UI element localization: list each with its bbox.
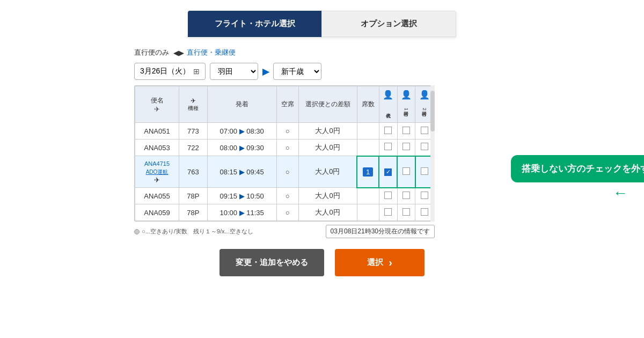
aircraft-type: 78P [179, 204, 208, 221]
col-header-person2: 👤 同行者1 [397, 86, 415, 123]
row-number: 1 [357, 156, 379, 188]
legend-text: ○...空きあり/実数 残り１～9/x...空きなし [134, 227, 253, 236]
route-arrow: ▶ [262, 67, 269, 77]
scroll-thumb [430, 91, 435, 131]
checkbox-unchecked[interactable] [384, 127, 392, 134]
flight-name: ANA059 [135, 204, 179, 221]
table-wrapper: 便名 ✈ ✈ 機種 発着 空席 選択便との差額 [134, 85, 435, 222]
flight-time: 08:15 ▶ 09:45 [207, 156, 276, 188]
flight-name: ANA055 [135, 188, 179, 204]
select-arrow: › [389, 256, 392, 269]
person1-checkbox-cell [379, 188, 397, 204]
flight-table-container: 便名 ✈ ✈ 機種 発着 空席 選択便との差額 [134, 85, 435, 222]
checkbox-unchecked[interactable] [402, 167, 410, 175]
checkbox-unchecked[interactable] [421, 167, 428, 175]
callout-bubble: 搭乗しない方のチェックを外す [511, 155, 644, 182]
flight-name: ANA053 [135, 139, 179, 156]
person1-checkbox-cell [379, 123, 397, 139]
aircraft-type: 78P [179, 188, 208, 204]
filter-row: 直行便のみ ◀▶ 直行便・乗継便 [134, 48, 510, 57]
connecting-flights-link[interactable]: 直行便・乗継便 [187, 48, 236, 57]
date-label: 3月26日（火） [140, 67, 190, 76]
table-row: ANA05177307:00 ▶ 08:30○大人0円 [135, 123, 434, 139]
aircraft-icon: ✈ [191, 97, 196, 105]
col-header-aircraft: ✈ 機種 [179, 86, 208, 123]
seat-availability: ○ [276, 204, 298, 221]
page-container: フライト・ホテル選択 オプション選択 直行便のみ ◀▶ 直行便・乗継便 3月26… [0, 0, 644, 338]
person3-icon: 👤 [419, 90, 430, 100]
col-header-capacity: 席数 [357, 86, 379, 123]
price-diff: 大人0円 [298, 188, 357, 204]
aircraft-type: 763 [179, 156, 208, 188]
table-row: ANA4715ADO運航✈76308:15 ▶ 09:45○大人0円1✓ [135, 156, 434, 188]
seat-availability: ○ [276, 123, 298, 139]
legend-dot [134, 229, 140, 234]
checkbox-unchecked[interactable] [421, 127, 428, 134]
price-diff: 大人0円 [298, 156, 357, 188]
table-row: ANA05978P10:00 ▶ 11:35○大人0円 [135, 204, 434, 221]
seat-availability: ○ [276, 139, 298, 156]
flight-name: ANA051 [135, 123, 179, 139]
bottom-buttons: 変更・追加をやめる 選択 › [134, 249, 510, 276]
person2-checkbox-cell [397, 123, 415, 139]
flight-time: 07:00 ▶ 08:30 [207, 123, 276, 139]
select-label: 選択 [367, 258, 383, 268]
col-header-person1: 👤 代表者 [379, 86, 397, 123]
row-number [357, 139, 379, 156]
person2-checkbox-cell [397, 204, 415, 221]
cancel-button[interactable]: 変更・追加をやめる [219, 249, 324, 276]
tab-flight-hotel[interactable]: フライト・ホテル選択 [188, 11, 321, 37]
row-number [357, 188, 379, 204]
legend-row: ○...空きあり/実数 残り１～9/x...空きなし 03月08日21時30分現… [134, 225, 435, 238]
checkbox-checked[interactable]: ✓ [384, 168, 392, 176]
col-header-time: 発着 [207, 86, 276, 123]
aircraft-type: 722 [179, 139, 208, 156]
seat-availability: ○ [276, 156, 298, 188]
aircraft-type: 773 [179, 123, 208, 139]
flight-table: 便名 ✈ ✈ 機種 発着 空席 選択便との差額 [135, 86, 434, 221]
checkbox-unchecked[interactable] [402, 208, 410, 216]
table-row: ANA05578P09:15 ▶ 10:50○大人0円 [135, 188, 434, 204]
person2-checkbox-cell [397, 156, 415, 188]
checkbox-unchecked[interactable] [402, 143, 410, 150]
col-header-diff: 選択便との差額 [298, 86, 357, 123]
col-header-seats: 空席 [276, 86, 298, 123]
row-number [357, 204, 379, 221]
from-airport-select[interactable]: 羽田 [210, 63, 258, 80]
select-button[interactable]: 選択 › [335, 249, 425, 276]
checkbox-unchecked[interactable] [402, 127, 410, 134]
flight-time: 08:00 ▶ 09:30 [207, 139, 276, 156]
flight-time: 09:15 ▶ 10:50 [207, 188, 276, 204]
controls-row: 3月26日（火） ⊞ 羽田 ▶ 新千歳 [134, 63, 510, 80]
row-number [357, 123, 379, 139]
checkbox-unchecked[interactable] [421, 143, 428, 150]
price-diff: 大人0円 [298, 204, 357, 221]
price-diff: 大人0円 [298, 123, 357, 139]
col-header-flight: 便名 ✈ [135, 86, 179, 123]
seat-availability: ○ [276, 188, 298, 204]
checkbox-unchecked[interactable] [421, 208, 428, 216]
checkbox-unchecked[interactable] [384, 208, 392, 216]
person1-checkbox-cell [379, 204, 397, 221]
tab-options[interactable]: オプション選択 [321, 11, 456, 37]
calendar-icon: ⊞ [193, 67, 200, 76]
plane-icon-header: ✈ [154, 105, 160, 113]
filter-arrow: ◀▶ [173, 49, 184, 57]
flight-name: ANA4715ADO運航✈ [135, 156, 179, 188]
main-content: 直行便のみ ◀▶ 直行便・乗継便 3月26日（火） ⊞ 羽田 ▶ 新千歳 [134, 48, 510, 276]
date-picker[interactable]: 3月26日（火） ⊞ [134, 63, 206, 80]
person2-icon: 👤 [401, 90, 412, 100]
callout-arrow: ← [613, 185, 628, 202]
tab-bar: フライト・ホテル選択 オプション選択 [188, 11, 456, 37]
checkbox-unchecked[interactable] [384, 143, 392, 150]
to-airport-select[interactable]: 新千歳 [273, 63, 321, 80]
person2-checkbox-cell [397, 139, 415, 156]
checkbox-unchecked[interactable] [402, 192, 410, 199]
person1-icon: 👤 [383, 90, 393, 100]
flight-time: 10:00 ▶ 11:35 [207, 204, 276, 221]
person1-checkbox-cell: ✓ [379, 156, 397, 188]
direct-only-label: 直行便のみ [134, 48, 169, 57]
checkbox-unchecked[interactable] [384, 192, 392, 199]
scrollbar[interactable] [430, 85, 435, 222]
checkbox-unchecked[interactable] [421, 192, 428, 199]
